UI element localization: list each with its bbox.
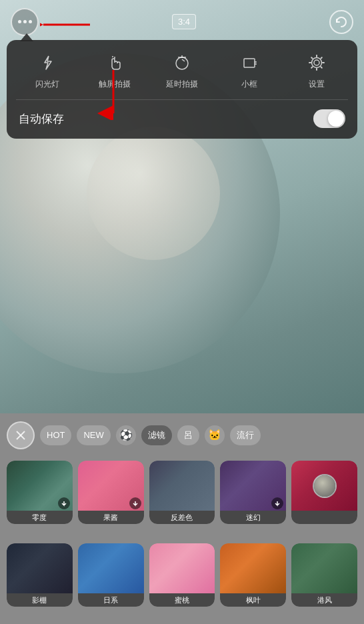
flip-camera-button[interactable]	[329, 10, 353, 34]
filter-mitao-label: 蜜桃	[149, 593, 215, 607]
svg-line-6	[182, 59, 185, 61]
frame-icon	[237, 51, 261, 75]
settings-gear[interactable]: 设置	[297, 51, 337, 90]
timer-setting[interactable]: 延时拍摄	[162, 51, 202, 90]
filter-fancaise[interactable]: 反差色	[149, 461, 215, 524]
filter-lingdu[interactable]: 零度	[7, 461, 73, 524]
timer-label: 延时拍摄	[166, 79, 198, 90]
svg-point-10	[314, 60, 319, 65]
filter-photo[interactable]	[291, 461, 357, 524]
filter-mihuan-label: 迷幻	[220, 511, 286, 524]
filter-lingdu-label: 零度	[7, 511, 73, 524]
filter-fancaise-preview	[149, 461, 215, 511]
flash-icon	[35, 51, 59, 75]
svg-rect-7	[244, 59, 255, 67]
filter-tag-cat[interactable]: 🐱	[205, 425, 225, 445]
filter-fengye-label: 枫叶	[220, 593, 286, 607]
filter-photo-label	[291, 511, 357, 524]
filter-photo-preview	[291, 461, 357, 511]
download-badge-lingdu	[58, 497, 70, 509]
dropdown-arrow	[20, 33, 33, 41]
settings-dropdown: 闪光灯 触屏拍摄 延时拍摄	[7, 40, 357, 139]
arrow-indicator-1	[40, 15, 93, 35]
filter-tag-lvjing[interactable]: 滤镜	[141, 425, 172, 445]
timer-icon	[170, 51, 194, 75]
filter-tag-liuxing[interactable]: 流行	[230, 425, 261, 445]
svg-point-3	[176, 57, 188, 69]
filter-yingpeng-preview	[7, 543, 73, 593]
filter-tag-soccer[interactable]: ⚽	[116, 425, 136, 445]
filter-yingpeng[interactable]: 影棚	[7, 543, 73, 607]
auto-save-toggle[interactable]	[313, 109, 345, 128]
filter-mitao[interactable]: 蜜桃	[149, 543, 215, 607]
settings-label: 设置	[309, 79, 325, 90]
filter-tag-new[interactable]: NEW	[77, 425, 110, 445]
filter-rixie-label: 日系	[78, 593, 144, 607]
filter-grid: 零度 果酱 反差色 迷幻 影棚 日系	[0, 457, 364, 624]
bowl-inner	[87, 127, 220, 260]
settings-icon	[305, 51, 329, 75]
filter-mihuan[interactable]: 迷幻	[220, 461, 286, 524]
menu-icon	[18, 20, 32, 23]
small-frame-label: 小框	[241, 79, 257, 90]
small-frame-setting[interactable]: 小框	[229, 51, 269, 90]
auto-save-row: 自动保存	[13, 109, 351, 128]
aspect-ratio-badge[interactable]: 3:4	[172, 14, 196, 29]
download-badge-guojiang	[129, 497, 141, 509]
arrow-indicator-2	[93, 67, 133, 123]
filter-guojiang[interactable]: 果酱	[78, 461, 144, 524]
flash-label: 闪光灯	[35, 79, 59, 90]
filter-tag-lu[interactable]: 呂	[177, 425, 199, 445]
filter-gangfeng[interactable]: 港风	[291, 543, 357, 607]
filter-fancaise-label: 反差色	[149, 511, 215, 524]
filter-guojiang-label: 果酱	[78, 511, 144, 524]
settings-divider	[16, 99, 348, 100]
flash-setting[interactable]: 闪光灯	[27, 51, 67, 90]
filter-tag-hot[interactable]: HOT	[40, 425, 71, 445]
filter-bar: HOT NEW ⚽ 滤镜 呂 🐱 流行	[0, 413, 364, 457]
filter-rixie-preview	[78, 543, 144, 593]
filter-rixie[interactable]: 日系	[78, 543, 144, 607]
filter-yingpeng-label: 影棚	[7, 593, 73, 607]
menu-button[interactable]	[11, 8, 39, 36]
filter-fengye[interactable]: 枫叶	[220, 543, 286, 607]
toggle-knob	[328, 111, 344, 127]
filter-fengye-preview	[220, 543, 286, 593]
filter-mitao-preview	[149, 543, 215, 593]
svg-point-11	[312, 58, 322, 68]
auto-save-label: 自动保存	[19, 111, 64, 127]
settings-icons-row: 闪光灯 触屏拍摄 延时拍摄	[13, 51, 351, 90]
filter-gangfeng-preview	[291, 543, 357, 593]
filter-gangfeng-label: 港风	[291, 593, 357, 607]
filter-none[interactable]	[7, 421, 35, 449]
